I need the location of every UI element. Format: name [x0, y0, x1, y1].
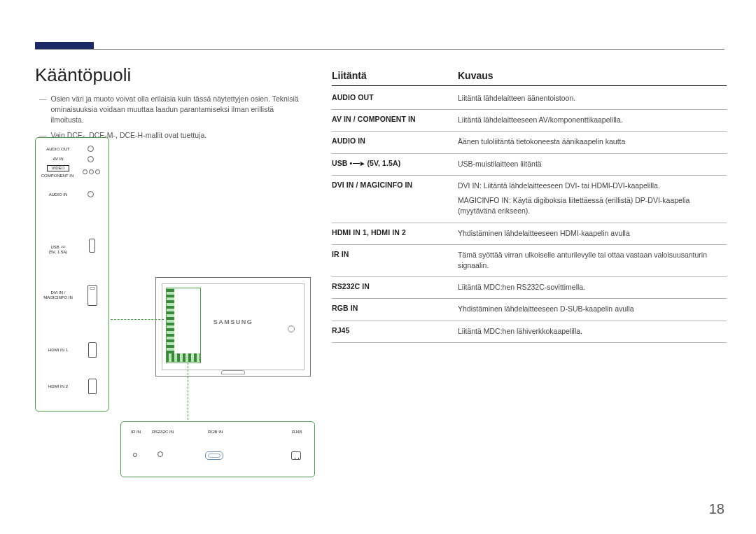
brand-logo: SAMSUNG — [214, 318, 253, 325]
label-audio-out: AUDIO OUT — [41, 147, 75, 152]
desc-text: USB-muistilaitteen liitäntä — [458, 159, 727, 169]
port-rs232c — [158, 451, 163, 457]
label-dvi: DVI IN / MAGICINFO IN — [38, 290, 78, 300]
port-usb — [89, 239, 95, 253]
monitor-button — [288, 325, 295, 332]
label-av-in: AV IN — [41, 157, 75, 162]
desc-text: Äänen tuloliitäntä tietokoneesta äänikaa… — [458, 136, 727, 147]
label-usb-line1: USB — [50, 245, 59, 249]
table-row: DVI IN / MAGICINFO IN DVI IN: Liitäntä l… — [332, 176, 727, 223]
ports-panel-horizontal: IR IN RS232C IN RGB IN RJ45 — [120, 421, 315, 477]
desc-text: DVI IN: Liitäntä lähdelaitteeseen DVI- t… — [458, 181, 727, 191]
desc-text: Liitäntä MDC:hen RS232C-sovittimella. — [458, 282, 727, 293]
cell-desc: Yhdistäminen lähdelaitteeseen D-SUB-kaap… — [458, 304, 727, 314]
cell-port: HDMI IN 1, HDMI IN 2 — [332, 228, 458, 239]
cell-port: RS232C IN — [332, 282, 458, 293]
note-text: Osien väri ja muoto voivat olla erilaisi… — [51, 94, 306, 126]
label-rs232c: RS232C IN — [152, 429, 174, 434]
cell-desc: Liitäntä MDC:hen lähiverkkokaapelilla. — [458, 326, 727, 337]
cell-port: DVI IN / MAGICINFO IN — [332, 181, 458, 217]
port-ir-in — [133, 453, 137, 457]
cell-desc: Tämä syöttää virran ulkoiselle anturilev… — [458, 250, 727, 271]
page-title: Kääntöpuoli — [35, 64, 131, 86]
table-row: RJ45 Liitäntä MDC:hen lähiverkkokaapelil… — [332, 321, 727, 343]
cell-port: RGB IN — [332, 304, 458, 314]
table-row: AUDIO OUT Liitäntä lähdelaitteen äänento… — [332, 88, 727, 110]
table-header: Liitäntä Kuvaus — [332, 70, 727, 86]
ports-panel-vertical: AUDIO OUT AV IN VIDEO COMPONENT IN AUDIO… — [35, 137, 109, 412]
port-audio-out — [88, 146, 94, 152]
table-row: USB •▸ (5V, 1.5A) USB-muistilaitteen lii… — [332, 154, 727, 176]
note-dash: ― — [39, 94, 47, 126]
port-usb-prefix: USB — [332, 159, 350, 167]
cell-port: USB •▸ (5V, 1.5A) — [332, 159, 458, 169]
table-row: IR IN Tämä syöttää virran ulkoiselle ant… — [332, 245, 727, 277]
cell-port: RJ45 — [332, 326, 458, 337]
port-audio-in — [88, 191, 94, 197]
desc-text: Yhdistäminen lähdelaitteeseen HDMI-kaape… — [458, 228, 727, 239]
cell-desc: DVI IN: Liitäntä lähdelaitteeseen DVI- t… — [458, 181, 727, 217]
cell-port: IR IN — [332, 250, 458, 271]
port-rj45 — [291, 451, 301, 460]
table-row: AUDIO IN Äänen tuloliitäntä tietokoneest… — [332, 132, 727, 153]
page-number: 18 — [709, 501, 724, 517]
table-row: RS232C IN Liitäntä MDC:hen RS232C-sovitt… — [332, 277, 727, 299]
cell-desc: Liitäntä MDC:hen RS232C-sovittimella. — [458, 282, 727, 293]
label-component-in: COMPONENT IN — [37, 174, 78, 178]
label-rgb-in: RGB IN — [208, 429, 223, 434]
cell-desc: Yhdistäminen lähdelaitteeseen HDMI-kaape… — [458, 228, 727, 239]
desc-text: Tämä syöttää virran ulkoiselle anturilev… — [458, 250, 727, 271]
cell-desc: Liitäntä lähdelaitteeseen AV/komponentti… — [458, 115, 727, 125]
label-dvi-line2: MAGICINFO IN — [43, 295, 73, 300]
rear-diagram: AUDIO OUT AV IN VIDEO COMPONENT IN AUDIO… — [35, 137, 315, 496]
label-hdmi1: HDMI IN 1 — [41, 348, 75, 353]
monitor-rear: SAMSUNG — [155, 277, 311, 377]
cell-port: AUDIO OUT — [332, 93, 458, 104]
desc-text: Liitäntä lähdelaitteeseen AV/komponentti… — [458, 115, 727, 125]
connector-line-v — [188, 363, 188, 420]
cell-desc: Äänen tuloliitäntä tietokoneesta äänikaa… — [458, 136, 727, 147]
table-row: RGB IN Yhdistäminen lähdelaitteeseen D-S… — [332, 299, 727, 321]
desc-text: Yhdistäminen lähdelaitteeseen D-SUB-kaap… — [458, 304, 727, 314]
label-ir-in: IR IN — [131, 429, 141, 434]
th-port: Liitäntä — [332, 70, 458, 81]
port-av-video — [88, 156, 94, 162]
monitor-highlight-box — [166, 288, 201, 363]
port-usb-suffix: (5V, 1.5A) — [365, 159, 400, 167]
port-hdmi1 — [88, 342, 97, 358]
connector-line-h — [111, 319, 164, 320]
port-description-table: Liitäntä Kuvaus AUDIO OUT Liitäntä lähde… — [332, 70, 727, 343]
port-rgb-in — [205, 451, 223, 460]
usb-icon: •▸ — [350, 159, 365, 167]
label-hdmi2: HDMI IN 2 — [41, 384, 75, 389]
cell-port: AUDIO IN — [332, 136, 458, 147]
monitor-stand-slot — [221, 370, 245, 374]
port-component-trio — [83, 169, 100, 174]
label-rj45: RJ45 — [292, 429, 302, 434]
port-component-pr — [95, 169, 100, 174]
port-hdmi2 — [88, 379, 97, 394]
desc-text: MAGICINFO IN: Käytä digiboksia liitettäe… — [458, 195, 727, 216]
label-dvi-line1: DVI IN / — [50, 290, 65, 295]
label-usb: USB ⎓ (5V, 1.5A) — [41, 241, 75, 255]
header-rule — [35, 49, 724, 50]
desc-text: Liitäntä MDC:hen lähiverkkokaapelilla. — [458, 326, 727, 337]
label-audio-in: AUDIO IN — [41, 192, 75, 197]
table-row: HDMI IN 1, HDMI IN 2 Yhdistäminen lähdel… — [332, 223, 727, 245]
cell-port: AV IN / COMPONENT IN — [332, 115, 458, 125]
port-dvi — [88, 285, 97, 306]
cell-desc: Liitäntä lähdelaitteen äänentoistoon. — [458, 93, 727, 104]
port-component-y — [83, 169, 88, 174]
manual-page: Kääntöpuoli ― Osien väri ja muoto voivat… — [0, 0, 756, 534]
cell-desc: USB-muistilaitteen liitäntä — [458, 159, 727, 169]
port-component-pb — [89, 169, 94, 174]
desc-text: Liitäntä lähdelaitteen äänentoistoon. — [458, 93, 727, 104]
usb-icon: ⎓ — [61, 242, 66, 251]
table-row: AV IN / COMPONENT IN Liitäntä lähdelaitt… — [332, 110, 727, 132]
note-item: ― Osien väri ja muoto voivat olla erilai… — [39, 94, 305, 126]
th-desc: Kuvaus — [458, 70, 727, 81]
label-video: VIDEO — [47, 165, 69, 171]
